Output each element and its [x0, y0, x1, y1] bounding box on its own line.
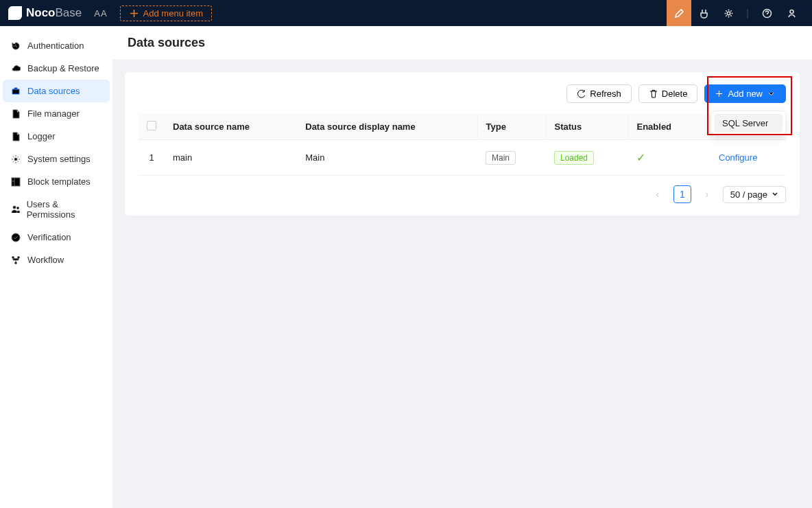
page-title: Data sources: [112, 26, 812, 60]
svg-point-0: [727, 12, 730, 14]
svg-point-2: [790, 10, 793, 13]
content-panel: Refresh Delete Add new SQL Server: [125, 72, 800, 216]
refresh-icon: [577, 89, 586, 98]
status-badge: Loaded: [554, 151, 594, 165]
pager-page-1[interactable]: 1: [673, 185, 691, 203]
trash-icon: [649, 89, 658, 98]
sidebar-item-label: File manager: [27, 108, 80, 119]
button-label: Refresh: [590, 89, 621, 99]
database-icon: [11, 86, 21, 96]
main-content: Data sources Refresh Delete Add new SQL: [112, 26, 812, 508]
svg-point-6: [16, 207, 19, 209]
add-menu-label: Add menu item: [143, 8, 203, 19]
file-icon: [11, 109, 21, 119]
brand-logo[interactable]: NocoBase: [8, 6, 82, 20]
sidebar: Authentication Backup & Restore Data sou…: [0, 26, 112, 508]
sidebar-item-label: System settings: [27, 154, 91, 164]
settings-button[interactable]: [716, 0, 741, 26]
chevron-down-icon: [772, 191, 778, 198]
pagination: ‹ 1 › 50 / page: [139, 185, 786, 203]
check-circle-icon: [11, 233, 21, 242]
add-new-dropdown: SQL Server: [710, 111, 786, 136]
page-size-select[interactable]: 50 / page: [723, 186, 786, 203]
sidebar-item-label: Backup & Restore: [27, 63, 99, 73]
history-icon: [11, 41, 21, 51]
brand-text-1: Noco: [26, 6, 56, 19]
sidebar-item-logger[interactable]: Logger: [3, 125, 110, 148]
text-style-toggle[interactable]: AA: [94, 8, 107, 19]
column-header-enabled: Enabled: [628, 114, 710, 140]
enabled-check-icon: ✓: [636, 152, 645, 163]
plus-icon: [715, 89, 724, 98]
row-index: 1: [139, 140, 165, 176]
gear-icon: [11, 154, 21, 164]
table-row: 1 main Main Main Loaded ✓ Configure: [139, 140, 786, 176]
svg-point-9: [18, 256, 20, 258]
cloud-icon: [11, 64, 21, 73]
sidebar-item-file-manager[interactable]: File manager: [3, 102, 110, 125]
top-navigation: NocoBase AA Add menu item |: [0, 0, 812, 26]
dropdown-item-sql-server[interactable]: SQL Server: [714, 114, 783, 132]
user-icon: [787, 8, 797, 19]
sidebar-item-data-sources[interactable]: Data sources: [3, 80, 110, 102]
button-label: Add new: [728, 89, 763, 99]
refresh-button[interactable]: Refresh: [566, 84, 632, 103]
svg-point-3: [14, 158, 17, 161]
sidebar-item-label: Block templates: [27, 176, 91, 187]
sidebar-item-verification[interactable]: Verification: [3, 226, 110, 249]
add-menu-item-button[interactable]: Add menu item: [120, 5, 212, 21]
toolbar: Refresh Delete Add new SQL Server: [139, 84, 786, 103]
sidebar-item-users-permissions[interactable]: Users & Permissions: [3, 193, 110, 226]
plus-icon: [129, 8, 139, 19]
design-mode-button[interactable]: [667, 0, 691, 26]
cell-name: main: [165, 140, 297, 176]
sidebar-item-label: Data sources: [27, 86, 80, 96]
plugin-button[interactable]: [691, 0, 716, 26]
sidebar-item-authentication[interactable]: Authentication: [3, 34, 110, 57]
sidebar-item-system-settings[interactable]: System settings: [3, 148, 110, 170]
sidebar-item-label: Workflow: [27, 255, 64, 265]
page-size-label: 50 / page: [730, 189, 767, 200]
svg-point-5: [13, 206, 16, 209]
branch-icon: [11, 255, 21, 265]
gear-icon: [724, 8, 734, 19]
chevron-down-icon: [767, 89, 776, 98]
column-header-name: Data source name: [165, 114, 297, 140]
users-icon: [11, 205, 20, 214]
column-header-display-name: Data source display name: [297, 114, 477, 140]
plug-icon: [699, 8, 709, 19]
help-button[interactable]: [754, 0, 779, 26]
sidebar-item-workflow[interactable]: Workflow: [3, 249, 110, 271]
delete-button[interactable]: Delete: [638, 84, 698, 103]
sidebar-item-label: Users & Permissions: [27, 199, 102, 220]
sidebar-item-label: Logger: [27, 131, 55, 141]
configure-link[interactable]: Configure: [719, 152, 757, 163]
question-icon: [762, 8, 772, 19]
pager-next[interactable]: ›: [698, 185, 716, 203]
sidebar-item-label: Verification: [27, 232, 71, 242]
button-label: Delete: [662, 89, 688, 99]
logo-icon: [8, 6, 22, 20]
cell-display-name: Main: [297, 140, 477, 176]
profile-button[interactable]: [779, 0, 804, 26]
column-header-status: Status: [546, 114, 628, 140]
layout-icon: [11, 177, 21, 187]
data-source-table: Data source name Data source display nam…: [139, 114, 786, 176]
svg-point-10: [15, 262, 17, 264]
sidebar-item-backup-restore[interactable]: Backup & Restore: [3, 57, 110, 80]
svg-point-8: [12, 256, 14, 258]
pager-prev[interactable]: ‹: [649, 185, 667, 203]
sidebar-item-block-templates[interactable]: Block templates: [3, 170, 110, 193]
svg-rect-4: [12, 178, 20, 186]
divider: |: [746, 8, 749, 19]
file-icon: [11, 132, 21, 141]
brand-text-2: Base: [56, 6, 82, 19]
column-header-type: Type: [477, 114, 546, 140]
brush-icon: [674, 8, 684, 19]
type-tag: Main: [486, 151, 516, 165]
add-new-button[interactable]: Add new: [704, 84, 786, 103]
sidebar-item-label: Authentication: [27, 41, 84, 51]
select-all-checkbox[interactable]: [147, 121, 156, 130]
